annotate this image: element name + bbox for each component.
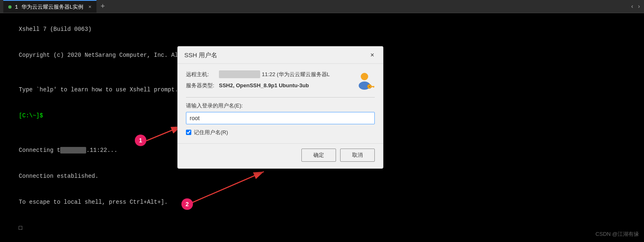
username-input[interactable] bbox=[186, 112, 375, 124]
dialog-info-left: 远程主机: ██████████ 11:22 (华为云云耀云服务器L 服务器类型… bbox=[186, 70, 350, 93]
tab-label: 1 华为云云耀云服务器L实例 bbox=[15, 3, 83, 11]
nav-prev-button[interactable]: ‹ bbox=[630, 3, 634, 10]
tab-container: 1 华为云云耀云服务器L实例 ✕ + bbox=[3, 0, 107, 13]
terminal-line-10: □ bbox=[5, 215, 639, 241]
watermark: CSDN @江湖有缘 bbox=[595, 230, 639, 238]
dialog-body: 远程主机: ██████████ 11:22 (华为云云耀云服务器L 服务器类型… bbox=[178, 64, 383, 143]
tab-close-button[interactable]: ✕ bbox=[88, 4, 91, 10]
username-input-label: 请输入登录的用户名(E): bbox=[186, 102, 375, 110]
svg-point-9 bbox=[369, 86, 370, 87]
title-bar: 1 华为云云耀云服务器L实例 ✕ + ‹ › bbox=[0, 0, 644, 13]
annotation-badge-1: 1 bbox=[135, 135, 146, 146]
svg-point-3 bbox=[361, 73, 368, 80]
title-bar-nav: ‹ › bbox=[630, 3, 641, 10]
terminal-line-1: Xshell 7 (Build 0063) bbox=[5, 16, 639, 42]
svg-rect-8 bbox=[371, 86, 372, 88]
dialog-divider bbox=[186, 97, 375, 98]
ssh-dialog: SSH 用户名 × 远程主机: ██████████ 11:22 (华为云云耀云… bbox=[177, 46, 383, 169]
tab-status-dot bbox=[8, 5, 12, 9]
remember-username-label[interactable]: 记住用户名(R) bbox=[194, 128, 228, 137]
annotation-badge-2: 2 bbox=[181, 198, 193, 210]
svg-rect-7 bbox=[373, 86, 374, 88]
dialog-close-button[interactable]: × bbox=[368, 51, 376, 59]
dialog-info-section: 远程主机: ██████████ 11:22 (华为云云耀云服务器L 服务器类型… bbox=[186, 70, 375, 93]
remote-host-label: 远程主机: bbox=[186, 70, 219, 79]
nav-next-button[interactable]: › bbox=[637, 3, 641, 10]
terminal-area: Xshell 7 (Build 0063) Copyright (c) 2020… bbox=[0, 13, 644, 242]
remote-host-suffix: 11:22 (华为云云耀云服务器L bbox=[262, 70, 330, 79]
dialog-user-key-icon bbox=[354, 70, 375, 91]
remember-username-row: 记住用户名(R) bbox=[186, 128, 375, 137]
server-type-row: 服务器类型: SSH2, OpenSSH_8.9p1 Ubuntu-3ub bbox=[186, 81, 350, 90]
terminal-line-9: To escape to local shell, press Ctrl+Alt… bbox=[5, 189, 639, 215]
tab-add-button[interactable]: + bbox=[98, 2, 108, 11]
confirm-button[interactable]: 确定 bbox=[301, 149, 336, 162]
dialog-footer: 确定 取消 bbox=[178, 143, 383, 168]
server-type-value: SSH2, OpenSSH_8.9p1 Ubuntu-3ub bbox=[219, 81, 309, 90]
dialog-title-bar: SSH 用户名 × bbox=[178, 47, 383, 64]
blurred-ip-1: ███████ bbox=[60, 147, 86, 154]
remote-host-ip: ██████████ bbox=[219, 70, 260, 79]
remote-host-row: 远程主机: ██████████ 11:22 (华为云云耀云服务器L bbox=[186, 70, 350, 79]
active-tab[interactable]: 1 华为云云耀云服务器L实例 ✕ bbox=[3, 0, 96, 13]
server-type-label: 服务器类型: bbox=[186, 81, 219, 90]
remember-username-checkbox[interactable] bbox=[186, 130, 191, 135]
cancel-button[interactable]: 取消 bbox=[340, 149, 375, 162]
dialog-title: SSH 用户名 bbox=[184, 51, 217, 60]
